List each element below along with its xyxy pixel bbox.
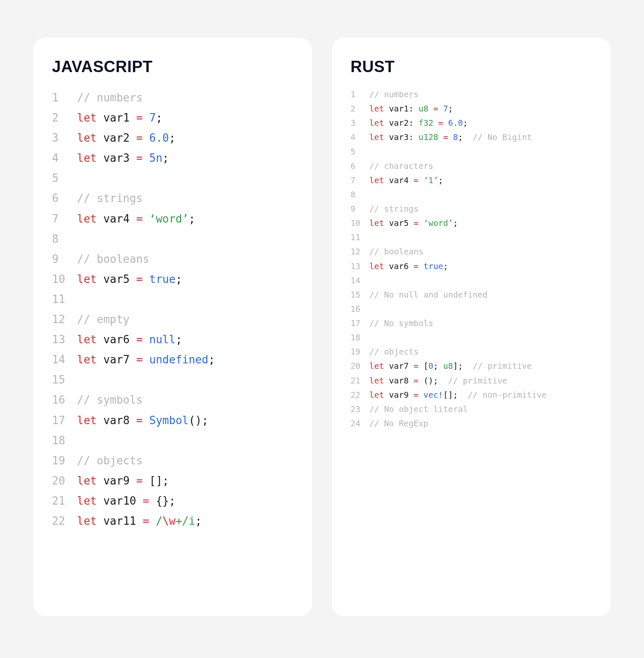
line-number: 18 <box>351 331 369 345</box>
line-number: 9 <box>52 249 77 269</box>
code-line: 24// No RegExp <box>351 417 592 431</box>
code-line: 18 <box>52 430 293 451</box>
line-content: // empty <box>77 309 130 329</box>
line-number: 2 <box>52 108 77 128</box>
code-line: 8 <box>351 188 592 202</box>
code-line: 11 <box>351 231 592 245</box>
line-content: // No RegExp <box>369 417 428 431</box>
code-line: 21let var8 = (); // primitive <box>351 374 592 388</box>
code-line: 20let var7 = [0; u8]; // primitive <box>351 359 592 373</box>
line-content: // characters <box>369 159 434 174</box>
code-line: 22let var9 = vec![]; // non-primitive <box>351 388 592 402</box>
rust-panel: RUST 1// numbers2let var1: u8 = 7;3let v… <box>332 38 610 616</box>
code-line: 1// numbers <box>52 88 293 108</box>
code-line: 19// objects <box>52 451 293 471</box>
code-line: 9// strings <box>351 202 592 216</box>
code-line: 6// strings <box>52 188 293 208</box>
code-line: 19// objects <box>351 345 592 359</box>
code-line: 20let var9 = []; <box>52 471 293 491</box>
line-number: 19 <box>52 451 77 471</box>
code-line: 12// empty <box>52 309 293 329</box>
line-number: 16 <box>351 302 369 316</box>
line-number: 6 <box>351 159 369 174</box>
code-line: 15 <box>52 370 293 390</box>
line-content: let var7 = [0; u8]; // primitive <box>369 359 532 373</box>
line-content: let var1 = 7; <box>77 108 163 128</box>
line-number: 20 <box>52 471 77 491</box>
line-number: 3 <box>351 116 369 130</box>
line-content: let var5 = true; <box>77 269 182 289</box>
code-line: 1// numbers <box>351 88 592 102</box>
line-content: let var3 = 5n; <box>77 148 169 168</box>
code-line: 13let var6 = null; <box>52 329 293 350</box>
code-line: 6// characters <box>351 159 592 174</box>
line-number: 13 <box>52 329 77 350</box>
line-number: 17 <box>351 316 369 331</box>
line-content: // strings <box>369 202 418 216</box>
line-number: 10 <box>52 269 77 289</box>
line-number: 2 <box>351 102 369 116</box>
line-content: // No object literal <box>369 402 468 417</box>
line-number: 5 <box>351 145 369 159</box>
line-content: let var4 = ‘1’; <box>369 174 443 188</box>
line-content: // strings <box>77 188 143 208</box>
line-number: 12 <box>351 245 369 259</box>
code-line: 9// booleans <box>52 249 293 269</box>
line-number: 18 <box>52 430 77 451</box>
line-number: 14 <box>351 274 369 288</box>
line-number: 6 <box>52 188 77 208</box>
line-content: let var3: u128 = 8; // No Bigint <box>369 130 532 145</box>
javascript-title: JAVASCRIPT <box>52 58 293 76</box>
javascript-code-block: 1// numbers2let var1 = 7;3let var2 = 6.0… <box>52 88 293 531</box>
code-line: 4let var3 = 5n; <box>52 148 293 168</box>
line-number: 7 <box>351 174 369 188</box>
code-line: 12// booleans <box>351 245 592 259</box>
code-line: 18 <box>351 331 592 345</box>
code-line: 22let var11 = /\w+/i; <box>52 511 293 531</box>
line-content: let var6 = null; <box>77 329 182 350</box>
line-number: 8 <box>52 229 77 249</box>
javascript-panel: JAVASCRIPT 1// numbers2let var1 = 7;3let… <box>34 38 312 616</box>
code-line: 23// No object literal <box>351 402 592 417</box>
line-number: 4 <box>351 130 369 145</box>
line-content: let var11 = /\w+/i; <box>77 511 202 531</box>
line-number: 22 <box>52 511 77 531</box>
line-number: 13 <box>351 259 369 274</box>
line-content: let var10 = {}; <box>77 491 176 511</box>
code-line: 2let var1 = 7; <box>52 108 293 128</box>
code-line: 16 <box>351 302 592 316</box>
line-number: 11 <box>351 231 369 245</box>
line-content: let var8 = (); // primitive <box>369 374 507 388</box>
line-content: // numbers <box>369 88 418 102</box>
line-number: 23 <box>351 402 369 417</box>
line-number: 21 <box>52 491 77 511</box>
rust-title: RUST <box>351 58 592 76</box>
rust-code-block: 1// numbers2let var1: u8 = 7;3let var2: … <box>351 88 592 431</box>
line-number: 1 <box>52 88 77 108</box>
line-number: 17 <box>52 410 77 430</box>
line-number: 16 <box>52 390 77 410</box>
line-number: 10 <box>351 216 369 231</box>
line-number: 14 <box>52 350 77 370</box>
code-line: 3let var2 = 6.0; <box>52 128 293 148</box>
code-line: 11 <box>52 289 293 309</box>
line-number: 3 <box>52 128 77 148</box>
line-content: // symbols <box>77 390 143 410</box>
line-number: 1 <box>351 88 369 102</box>
code-line: 10let var5 = ‘word’; <box>351 216 592 231</box>
line-number: 15 <box>52 370 77 390</box>
code-line: 14 <box>351 274 592 288</box>
line-content: let var2: f32 = 6.0; <box>369 116 468 130</box>
line-number: 21 <box>351 374 369 388</box>
code-line: 4let var3: u128 = 8; // No Bigint <box>351 130 592 145</box>
line-content: let var6 = true; <box>369 259 448 274</box>
code-line: 13let var6 = true; <box>351 259 592 274</box>
line-number: 8 <box>351 188 369 202</box>
code-line: 5 <box>351 145 592 159</box>
code-line: 10let var5 = true; <box>52 269 293 289</box>
line-number: 19 <box>351 345 369 359</box>
line-content: let var4 = ‘word’; <box>77 209 195 229</box>
line-content: // numbers <box>77 88 143 108</box>
code-line: 2let var1: u8 = 7; <box>351 102 592 116</box>
line-content: let var7 = undefined; <box>77 350 215 370</box>
